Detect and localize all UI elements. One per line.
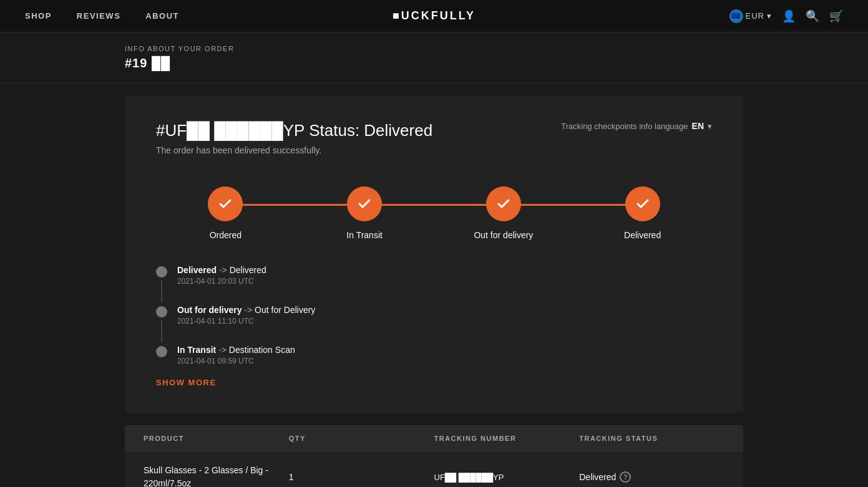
col-tracking-number: TRACKING NUMBER [434,435,580,442]
timeline-status-name-2: Out for delivery [177,305,241,315]
step-delivered-label: Delivered [624,230,661,240]
progress-track: Ordered In Transit Out for delivery [156,186,712,240]
step-ordered-circle [208,186,243,221]
timeline-item-delivered: Delivered -> Delivered 2021-04-01 20:03 … [156,265,712,305]
timeline-dot-3 [156,346,167,357]
status-delivered-wrapper: Delivered ? [579,471,724,483]
nav-shop[interactable]: SHOP [25,11,52,21]
tracking-description: The order has been delivered successfull… [156,145,432,155]
chevron-down-icon: ▾ [708,122,712,131]
timeline-dot-wrapper-1 [156,265,167,305]
tracking-order-id: #UF██ ██████YP [156,121,305,140]
product-qty: 1 [289,472,434,482]
site-logo: ■UCKFULLY [393,9,475,22]
timeline-detail-1: Delivered [230,265,266,275]
timeline-connector-2 [161,320,162,342]
search-icon[interactable]: 🔍 [806,9,819,23]
product-table: PRODUCT QTY TRACKING NUMBER TRACKING STA… [125,425,743,487]
language-selector[interactable]: Tracking checkpoints info language EN ▾ [561,121,712,131]
timeline-detail-3: Destination Scan [229,345,295,355]
tracking-status-label: Status: Delivered [309,121,432,140]
timeline-connector-1 [161,280,162,302]
col-product: PRODUCT [144,435,289,442]
navigation: SHOP REVIEWS ABOUT ■UCKFULLY 🇪🇺 EUR ▾ 👤 … [0,0,868,32]
col-qty: QTY [289,435,434,442]
timeline-status-2: Out for delivery -> Out for Delivery [177,305,315,315]
step-ordered: Ordered [156,186,295,240]
step-delivered: Delivered [573,186,712,240]
flag-icon: 🇪🇺 [729,9,743,23]
page-header: INFO ABOUT YOUR ORDER #19 ██ [0,32,868,84]
product-tracking-number: UF██ ██████YP [434,473,580,482]
nav-actions: 🇪🇺 EUR ▾ 👤 🔍 🛒 [729,9,843,23]
timeline-time-2: 2021-04-01 11:10 UTC [177,317,315,325]
timeline-status-1: Delivered -> Delivered [177,265,266,275]
timeline-status-3: In Transit -> Destination Scan [177,345,295,355]
order-number: #19 ██ [125,56,743,70]
col-tracking-status: TRACKING STATUS [579,435,724,442]
timeline-item-out-for-delivery: Out for delivery -> Out for Delivery 202… [156,305,712,345]
product-tracking-status: Delivered ? [579,471,724,483]
step-delivered-circle [625,186,660,221]
timeline-item-in-transit: In Transit -> Destination Scan 2021-04-0… [156,345,712,365]
step-in-transit-circle [347,186,382,221]
user-icon[interactable]: 👤 [782,9,796,23]
product-name: Skull Glasses - 2 Glasses / Big - 220ml/… [144,464,289,487]
tracking-header: #UF██ ██████YP Status: Delivered The ord… [156,121,712,155]
nav-about[interactable]: ABOUT [145,11,179,21]
language-value: EN [692,121,704,131]
timeline-dot-wrapper-3 [156,345,167,357]
help-icon[interactable]: ? [620,471,631,483]
nav-reviews[interactable]: REVIEWS [77,11,120,21]
timeline-content-3: In Transit -> Destination Scan 2021-04-0… [177,345,295,365]
timeline-status-name-3: In Transit [177,345,216,355]
currency-selector[interactable]: 🇪🇺 EUR ▾ [729,9,772,23]
timeline-dot-2 [156,306,167,317]
cart-icon[interactable]: 🛒 [829,9,843,23]
nav-links: SHOP REVIEWS ABOUT [25,11,179,21]
chevron-down-icon: ▾ [767,11,772,21]
timeline-detail-2: Out for Delivery [255,305,315,315]
status-delivered-label: Delivered [579,472,616,482]
tracking-title: #UF██ ██████YP Status: Delivered [156,121,432,140]
step-in-transit-label: In Transit [346,230,383,240]
timeline-content-1: Delivered -> Delivered 2021-04-01 20:03 … [177,265,266,286]
step-ordered-label: Ordered [210,230,241,240]
show-more-button[interactable]: SHOW MORE [156,378,217,387]
step-out-for-delivery-circle [486,186,521,221]
timeline-status-name-1: Delivered [177,265,217,275]
timeline-content-2: Out for delivery -> Out for Delivery 202… [177,305,315,325]
nav-logo-area: ■UCKFULLY [393,9,475,22]
timeline-arrow-3: -> [218,345,229,355]
timeline-arrow-2: -> [244,305,255,315]
language-label: Tracking checkpoints info language [561,122,688,131]
timeline-dot-wrapper-2 [156,305,167,345]
step-out-for-delivery: Out for delivery [434,186,573,240]
timeline: Delivered -> Delivered 2021-04-01 20:03 … [156,265,712,365]
timeline-arrow-1: -> [219,265,230,275]
table-header: PRODUCT QTY TRACKING NUMBER TRACKING STA… [125,426,743,451]
tracking-section: #UF██ ██████YP Status: Delivered The ord… [125,96,743,413]
timeline-time-3: 2021-04-01 09:59 UTC [177,357,295,365]
timeline-time-1: 2021-04-01 20:03 UTC [177,277,266,286]
step-out-for-delivery-label: Out for delivery [474,230,533,240]
currency-value: EUR [746,11,764,21]
step-in-transit: In Transit [295,186,434,240]
breadcrumb-label: INFO ABOUT YOUR ORDER [125,45,743,52]
timeline-dot-1 [156,266,167,277]
table-row: Skull Glasses - 2 Glasses / Big - 220ml/… [125,451,743,487]
